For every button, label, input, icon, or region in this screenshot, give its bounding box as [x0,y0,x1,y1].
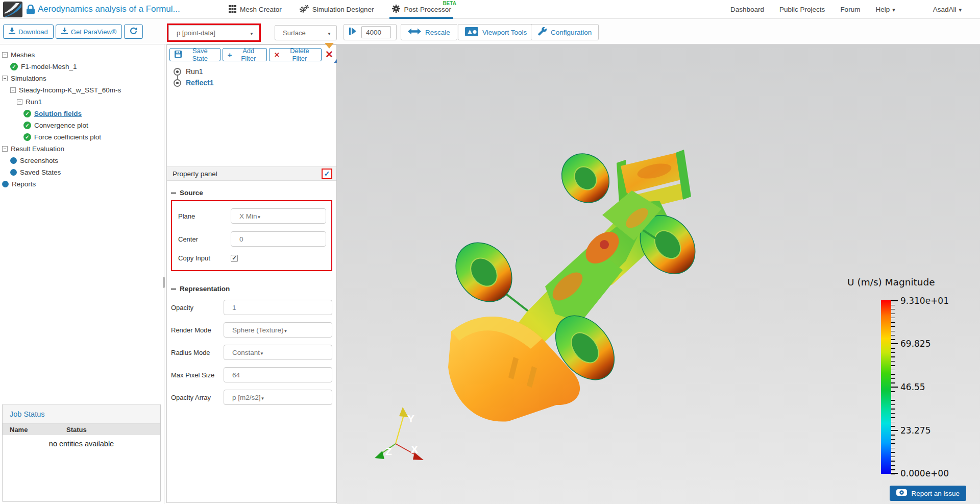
color-legend[interactable]: U (m/s) Magnitude 9.310e+01 69.825 46.55… [847,277,975,497]
refresh-button[interactable] [124,25,143,39]
chevron-down-icon [892,6,895,13]
play-icon[interactable] [349,28,357,37]
button-label: Viewport Tools [482,29,527,36]
project-title[interactable]: Aerodynamics analysis of a Formul... [38,4,180,14]
center-input[interactable] [231,231,326,247]
visibility-eye-icon[interactable] [174,68,181,76]
double-arrow-icon [408,28,421,36]
project-tree: Meshes F1-model-Mesh_1 Simulations Stead… [0,44,164,190]
legend-tick-label: 69.825 [900,339,930,349]
field-select-highlight: p [point-data] [167,23,261,42]
section-title: Representation [180,285,230,293]
tree-item-simulations[interactable]: Simulations [0,73,164,84]
nav-help-menu[interactable]: Help [875,6,895,13]
collapse-icon[interactable] [17,99,22,105]
nav-forum[interactable]: Forum [840,6,860,13]
chevron-down-icon [246,29,254,37]
delete-filter-button[interactable]: Delete Filter [269,48,322,61]
render-viewport[interactable]: Y Z X U (m/s) Magnitude 9.310e+01 69.825… [337,44,980,504]
nav-public-projects[interactable]: Public Projects [779,6,825,13]
render-mode-select[interactable]: Sphere (Texture) [224,322,332,338]
simscale-logo-icon[interactable] [3,2,22,19]
legend-title: U (m/s) Magnitude [847,277,975,287]
opacity-input[interactable] [224,300,332,315]
tree-item-mesh[interactable]: F1-model-Mesh_1 [0,61,164,73]
plane-select[interactable]: X Min [231,208,326,224]
legend-major-tick [891,300,898,301]
job-status-header: Job Status [3,404,160,424]
pipeline-item-reflect1[interactable]: Reflect1 [167,77,336,88]
radius-mode-select[interactable]: Constant [224,345,332,360]
tree-item-saved-states[interactable]: Saved States [0,166,164,178]
collapse-icon[interactable] [10,87,16,93]
dot-icon [2,181,9,187]
get-paraview-button[interactable]: Get ParaView® [56,25,122,39]
tree-item-result-evaluation[interactable]: Result Evaluation [0,143,164,155]
representation-section-header[interactable]: Representation [171,285,332,293]
plane-field-row: Plane X Min [178,208,326,224]
tree-label: Force coefficients plot [34,133,101,141]
visibility-eye-icon[interactable] [174,79,181,87]
pipeline-item-run1[interactable]: Run1 [167,66,336,77]
toolbar: Download Get ParaView® p [point-data] Su… [0,19,980,44]
legend-major-tick [891,430,898,431]
source-section-header[interactable]: Source [171,189,332,197]
field-label: Max Pixel Size [171,371,224,379]
collapse-minus-icon [171,289,176,290]
tree-item-screenshots[interactable]: Screenshots [0,155,164,166]
filter-buttons: Save State Add Filter Delete Filter [167,45,336,61]
configuration-button[interactable]: Configuration [531,24,599,40]
tree-item-force-coefficients-plot[interactable]: Force coefficients plot [0,131,164,143]
button-label: Configuration [551,29,592,36]
selected-value: X Min [239,212,257,220]
collapse-icon[interactable] [2,76,8,81]
top-nav: Dashboard Public Projects Forum Help Asa… [730,0,962,19]
collapse-icon[interactable] [2,146,8,152]
field-select[interactable]: p [point-data] [168,25,259,40]
viewport-tools-button[interactable]: Viewport Tools [458,24,534,40]
representation-select[interactable]: Surface [275,25,337,40]
tab-post-processor[interactable]: Post-Processor BETA [391,0,451,19]
tab-mesh-creator[interactable]: Mesh Creator [229,0,282,19]
tree-item-simulation[interactable]: Steady-Incomp-K_w_SST_60m-s [0,84,164,96]
add-filter-button[interactable]: Add Filter [223,48,267,61]
tree-item-solution-fields[interactable]: Solution fields [0,108,164,119]
nav-user-menu[interactable]: AsadAli [933,6,962,13]
tree-item-meshes[interactable]: Meshes [0,49,164,61]
refresh-icon [130,27,137,36]
job-status-empty-text: no entities available [3,440,160,448]
nav-dashboard[interactable]: Dashboard [730,6,764,13]
panel-resize-handle[interactable] [163,277,165,288]
download-button[interactable]: Download [3,25,54,39]
field-label: Render Mode [171,326,224,334]
max-pixel-size-input[interactable] [224,367,332,382]
dot-icon [10,169,17,176]
opacity-field-row: Opacity [171,300,332,315]
field-label: Radius Mode [171,349,224,356]
rescale-button[interactable]: Rescale [401,24,457,40]
opacity-array-field-row: Opacity Array p [m2/s2] [171,390,332,405]
frame-input[interactable] [361,26,391,38]
property-panel-checkbox[interactable] [322,169,332,179]
beta-badge: BETA [443,1,456,6]
tree-item-convergence-plot[interactable]: Convergence plot [0,119,164,131]
button-label: Rescale [425,29,450,36]
y-axis-label: Y [407,413,414,424]
field-label: Copy Input [178,254,231,262]
report-issue-button[interactable]: Report an issue [890,486,966,501]
wrench-icon [538,27,547,37]
copy-input-checkbox[interactable] [231,255,238,262]
legend-tick-label: 46.55 [900,382,925,392]
collapse-icon[interactable] [2,52,8,58]
tree-item-run1[interactable]: Run1 [0,96,164,108]
tab-label: Simulation Designer [312,6,374,13]
tab-simulation-designer[interactable]: Simulation Designer [299,0,374,19]
chevron-down-icon [257,212,261,220]
tree-label: Convergence plot [34,122,88,129]
tree-item-reports[interactable]: Reports [0,178,164,190]
column-status: Status [66,426,87,434]
opacity-array-select[interactable]: p [m2/s2] [224,390,332,405]
f1-car-model[interactable] [444,145,706,422]
save-state-button[interactable]: Save State [169,48,220,61]
download-icon [9,28,15,36]
